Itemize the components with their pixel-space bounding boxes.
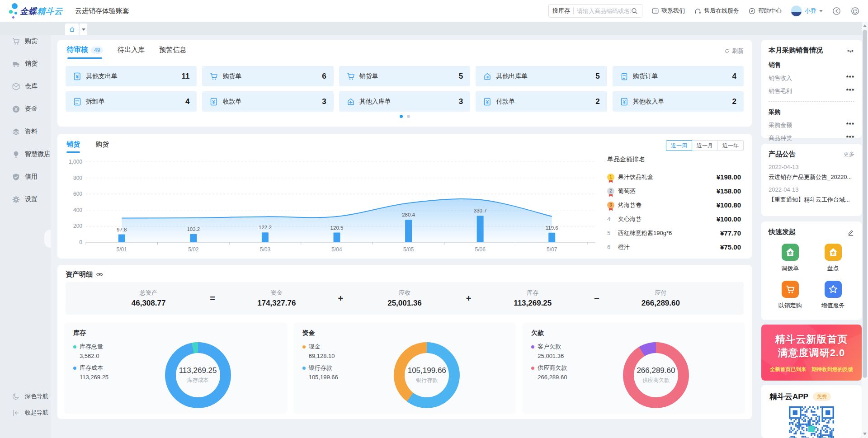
pending-card-receipt[interactable]: 收款单3 [202, 91, 333, 112]
pending-cards-grid: 其他支出单11 购货单6 销货单5 其他出库单5 购货订单4 拆卸单4 收款单3… [66, 66, 744, 112]
ranking-row[interactable]: 6橙汁¥75.00 [607, 240, 741, 254]
sidebar-item-settings[interactable]: 设置 [0, 188, 51, 211]
pending-card-purchase-order[interactable]: 购货单6 [202, 66, 333, 86]
pending-card-other-income[interactable]: 其他收入单2 [613, 91, 744, 112]
dashed-divider [769, 101, 854, 102]
tab-list-dropdown-button[interactable] [80, 24, 87, 35]
svg-text:280.4: 280.4 [402, 212, 415, 217]
pending-card-other-expense[interactable]: 其他支出单11 [66, 66, 197, 86]
svg-text:1,000: 1,000 [69, 159, 82, 165]
scroll-down-arrow[interactable] [863, 433, 867, 435]
quick-action-purchase-by-sales[interactable]: 以销定购 [778, 281, 802, 310]
scroll-up-arrow[interactable] [863, 24, 867, 27]
inventory-search[interactable]: 搜库存 [548, 4, 642, 18]
survey-banner[interactable]: 精斗云新版首页 满意度调研2.0 全新首页已到来 期待收到您的反馈 [761, 325, 862, 381]
app-title: 精斗云APP [769, 391, 808, 402]
legend-dot [531, 345, 534, 349]
pending-card-other-outbound[interactable]: 其他出库单5 [476, 66, 607, 86]
carousel-dot[interactable] [407, 115, 410, 118]
collapse-nav-button[interactable]: 收起导航 [0, 405, 51, 421]
sidebar-item-warehouse[interactable]: 仓库 [0, 75, 51, 98]
more-link[interactable]: 更多 [844, 151, 854, 158]
back-to-old-version-button[interactable] [832, 6, 841, 16]
tab-alerts[interactable]: 预警信息 [159, 46, 186, 58]
banner-subtitle: 全新首页已到来 期待收到您的反馈 [761, 366, 862, 373]
sidebar-item-funds[interactable]: 资金 [0, 98, 51, 120]
logout-power-button[interactable] [850, 6, 860, 16]
announcements-title: 产品公告 [769, 150, 796, 159]
range-year-button[interactable]: 近一年 [717, 140, 744, 151]
payable-stat: 应付266,289.60 [605, 289, 717, 308]
page-scrollbar[interactable] [862, 22, 868, 438]
tab-pending-review[interactable]: 待审核49 [66, 45, 103, 59]
pending-card-other-inbound[interactable]: 其他入库单3 [339, 91, 470, 112]
sales-trend-chart: 02004006008001,00097.85/01103.25/02122.2… [61, 154, 599, 254]
svg-text:200: 200 [73, 223, 82, 229]
edit-pencil-icon[interactable] [847, 229, 854, 236]
receivable-stat: 应收25,001.36 [349, 289, 460, 308]
yen-coin-icon [12, 105, 20, 113]
headset-icon [694, 7, 702, 15]
legend-item: 客户欠款25,001.36 [531, 343, 567, 359]
announcement-date: 2022-04-13 [769, 164, 854, 170]
ranking-row[interactable]: 5西红柿意粉酱190g*6¥77.70 [607, 226, 741, 240]
sales-group-title: 销售 [769, 61, 854, 69]
svg-text:400: 400 [73, 207, 82, 213]
debt-donut-chart[interactable]: 266,289.60供应商欠款 [623, 342, 689, 408]
ranking-row[interactable]: 2葡萄酒¥158.00 [607, 184, 741, 198]
svg-text:5/03: 5/03 [260, 246, 271, 253]
range-week-button[interactable]: 近一周 [666, 140, 692, 151]
svg-text:5/07: 5/07 [547, 246, 557, 253]
chat-icon [651, 7, 659, 15]
tab-pending-in-out[interactable]: 待出入库 [118, 46, 145, 58]
top-header: 金蝶精斗云 云进销存体验账套 搜库存 联系我们 售后在线服务 帮助中心 [0, 0, 868, 22]
help-center-link[interactable]: 帮助中心 [748, 7, 782, 15]
ranking-row[interactable]: 3烤海苔卷¥100.80 [607, 198, 741, 212]
eye-closed-icon[interactable] [846, 47, 854, 55]
dark-nav-toggle[interactable]: 深色导航 [0, 388, 51, 405]
pending-card-payment[interactable]: 付款单2 [476, 91, 607, 112]
sidebar-collapse-handle[interactable] [44, 230, 51, 248]
banner-headline: 精斗云新版首页 [761, 333, 862, 346]
sidebar-item-credit[interactable]: 信用 [0, 165, 51, 188]
range-month-button[interactable]: 近一月 [692, 140, 718, 151]
yen-doc-icon [483, 97, 492, 106]
stat-row: 销售收入*** [769, 74, 854, 82]
legend-dot [73, 345, 76, 349]
carousel-dot[interactable] [400, 115, 403, 118]
announcement-link[interactable]: 云进销存产品更新公告_20220... [769, 173, 854, 181]
sidebar-item-data[interactable]: 资料 [0, 120, 51, 143]
tab-sales-trend[interactable]: 销货 [66, 140, 80, 153]
ranking-title: 单品金额排名 [607, 155, 741, 164]
search-scope-label[interactable]: 搜库存 [552, 7, 570, 15]
collapse-icon [12, 409, 20, 417]
inventory-stat: 库存113,269.25 [477, 289, 589, 308]
pending-card-sales-order[interactable]: 销货单5 [339, 66, 470, 86]
svg-text:5/04: 5/04 [331, 246, 342, 253]
pending-card-disassembly[interactable]: 拆卸单4 [66, 91, 197, 112]
inventory-donut-chart[interactable]: 113,269.25库存成本 [165, 342, 231, 408]
user-menu[interactable]: 小乔 [791, 5, 823, 17]
logo-dot-icon [14, 12, 17, 14]
quick-action-transfer[interactable]: 调拨单 [781, 244, 799, 273]
search-input[interactable] [577, 8, 631, 14]
funds-donut-chart[interactable]: 105,199.66银行存款 [394, 342, 460, 408]
after-sales-service-link[interactable]: 售后在线服务 [694, 7, 739, 15]
quick-action-value-added-services[interactable]: 增值服务 [821, 281, 845, 310]
sidebar-item-sales[interactable]: 销货 [0, 52, 51, 75]
tab-purchase-trend[interactable]: 购货 [95, 140, 109, 153]
announcement-link[interactable]: 【重要通知】精斗云工作台域... [769, 196, 854, 204]
refresh-button[interactable]: 刷新 [724, 47, 744, 55]
scrollbar-thumb[interactable] [863, 30, 867, 378]
sidebar-item-smart-store[interactable]: 智慧微店 [0, 143, 51, 165]
home-tab[interactable] [65, 24, 79, 35]
pending-card-purchase-request[interactable]: 购货订单4 [613, 66, 744, 86]
warehouse-transfer-icon [785, 247, 796, 258]
contact-us-link[interactable]: 联系我们 [651, 7, 685, 15]
ranking-row[interactable]: 4夹心海苔¥100.00 [607, 212, 741, 226]
quick-action-stocktake[interactable]: 盘点 [825, 244, 842, 273]
search-icon[interactable] [631, 7, 638, 15]
ranking-row[interactable]: 1果汁饮品礼盒¥198.00 [607, 170, 741, 184]
eye-open-icon[interactable] [96, 271, 104, 278]
brand-logo[interactable]: 金蝶精斗云 [6, 0, 61, 22]
